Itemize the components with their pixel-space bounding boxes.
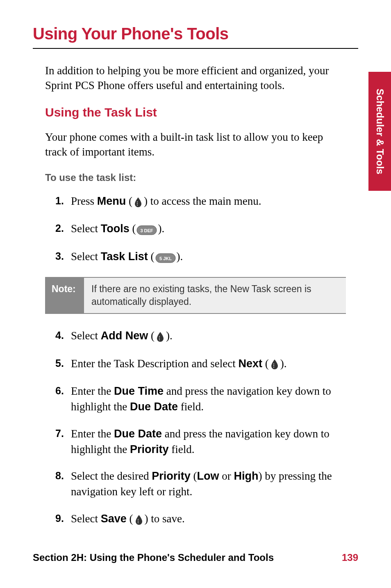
step-number: 8.: [55, 469, 71, 483]
note-text: If there are no existing tasks, the New …: [84, 278, 346, 313]
step-item: 9.Select Save () to save.: [55, 511, 346, 528]
nav-key-icon: [134, 512, 144, 528]
svg-point-2: [137, 204, 138, 205]
step-item: 3.Select Task List (5 JKL).: [55, 249, 346, 265]
step-number: 5.: [55, 356, 71, 371]
title-rule: [33, 48, 358, 49]
step-item: 6.Enter the Due Time and press the navig…: [55, 384, 346, 415]
svg-point-15: [137, 522, 138, 523]
note-box: Note: If there are no existing tasks, th…: [45, 277, 346, 314]
step-text: Enter the Due Date and press the navigat…: [71, 426, 346, 458]
step-text: Select the desired Priority (Low or High…: [71, 469, 346, 500]
nav-key-icon: [270, 357, 280, 372]
page-title: Using Your Phone's Tools: [33, 25, 358, 43]
svg-point-7: [159, 336, 160, 337]
steps-list-bottom: 4.Select Add New ().5.Enter the Task Des…: [55, 328, 346, 528]
step-text: Select Add New ().: [71, 328, 346, 345]
intro-paragraph: In addition to helping you be more effic…: [45, 63, 346, 93]
footer-section-label: Section 2H: Using the Phone's Scheduler …: [33, 552, 274, 563]
step-item: 8.Select the desired Priority (Low or Hi…: [55, 469, 346, 500]
step-text: Select Task List (5 JKL).: [71, 249, 346, 265]
svg-point-10: [273, 364, 274, 364]
step-item: 7.Enter the Due Date and press the navig…: [55, 426, 346, 458]
page-content: Using Your Phone's Tools In addition to …: [0, 0, 391, 528]
step-number: 6.: [55, 384, 71, 398]
svg-point-8: [159, 338, 160, 339]
footer-page-number: 139: [342, 552, 358, 563]
svg-point-12: [273, 367, 274, 368]
page-footer: Section 2H: Using the Phone's Scheduler …: [33, 552, 358, 563]
step-text: Select Save () to save.: [71, 511, 346, 528]
step-text: Enter the Due Time and press the navigat…: [71, 384, 346, 415]
step-text: Press Menu () to access the main menu.: [71, 194, 346, 210]
step-item: 2.Select Tools (3 DEF).: [55, 221, 346, 238]
svg-point-9: [159, 339, 160, 340]
svg-text:5 JKL: 5 JKL: [159, 256, 172, 261]
step-number: 1.: [55, 194, 71, 208]
steps-list-top: 1.Press Menu () to access the main menu.…: [55, 194, 346, 265]
instruction-label: To use the task list:: [45, 172, 358, 183]
section-heading: Using the Task List: [45, 105, 358, 119]
key-3-icon: 3 DEF: [136, 222, 157, 238]
step-number: 3.: [55, 249, 71, 263]
step-number: 9.: [55, 511, 71, 526]
step-item: 4.Select Add New ().: [55, 328, 346, 345]
step-item: 1.Press Menu () to access the main menu.: [55, 194, 346, 210]
section-description: Your phone comes with a built-in task li…: [45, 130, 346, 160]
step-text: Select Tools (3 DEF).: [71, 221, 346, 238]
key-5-icon: 5 JKL: [155, 250, 176, 265]
svg-point-0: [137, 201, 138, 202]
nav-key-icon: [133, 194, 143, 210]
step-text: Enter the Task Description and select Ne…: [71, 356, 346, 373]
svg-point-1: [137, 203, 138, 204]
nav-key-icon: [155, 329, 165, 345]
svg-text:3 DEF: 3 DEF: [141, 228, 153, 233]
svg-point-11: [273, 365, 274, 366]
step-number: 7.: [55, 426, 71, 441]
step-number: 2.: [55, 221, 71, 236]
svg-point-14: [137, 521, 138, 522]
note-label: Note:: [45, 278, 84, 313]
svg-point-13: [137, 519, 138, 520]
step-item: 5.Enter the Task Description and select …: [55, 356, 346, 373]
step-number: 4.: [55, 328, 71, 343]
